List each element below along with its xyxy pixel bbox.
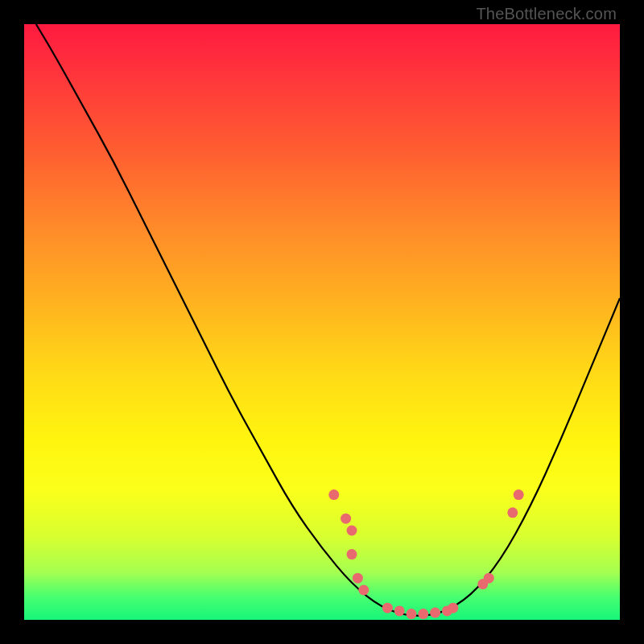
data-point [341, 514, 351, 524]
data-point [358, 585, 369, 596]
data-point [347, 526, 357, 536]
data-point [430, 608, 440, 618]
data-point [382, 603, 393, 613]
watermark-text: TheBottleneck.com [476, 5, 617, 23]
data-point [514, 489, 524, 500]
data-point [394, 605, 405, 616]
data-point [507, 507, 518, 518]
data-points-group [328, 489, 523, 619]
data-point [407, 609, 417, 619]
data-point [418, 609, 428, 619]
bottleneck-curve [36, 24, 620, 616]
data-point [448, 603, 458, 613]
data-point [484, 573, 494, 584]
chart-container: TheBottleneck.com [0, 0, 644, 644]
data-point [347, 549, 357, 559]
data-point [328, 489, 339, 500]
data-point [353, 573, 363, 584]
chart-overlay [24, 24, 620, 620]
